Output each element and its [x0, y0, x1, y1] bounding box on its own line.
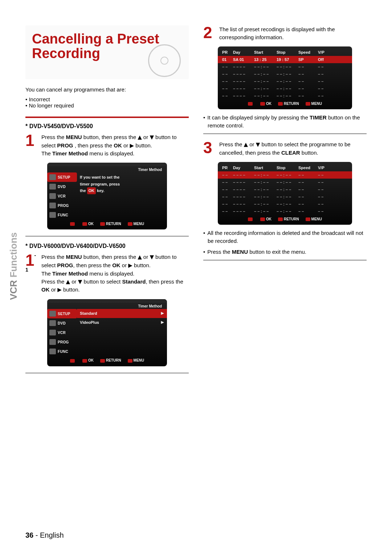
nav-icon [248, 102, 253, 106]
osd-footer: OK RETURN MENU [47, 220, 167, 229]
table-row: – –– – – –– – : – –– – : – –– –– – [218, 171, 352, 179]
step-1-sec2: 1-1 Press the MENU button, then press th… [25, 253, 189, 294]
note-item: Press the MENU button to exit the menu. [203, 248, 367, 256]
table-header: PRDayStartStopSpeedV/P [218, 164, 352, 171]
osd-screenshot-2: Timer Method SETUP DVD VCR PROG FUNC Sta… [47, 299, 167, 366]
step-number: 1 [25, 133, 38, 158]
ok-icon [260, 102, 265, 106]
up-arrow-icon: ▲ [138, 134, 142, 142]
func-icon [49, 212, 56, 218]
prog-icon [49, 339, 56, 345]
osd-footer: OK RETURN MENU [218, 215, 352, 225]
dvd-icon [49, 184, 56, 190]
step-number: 1-1 [25, 253, 38, 294]
osd-main: Standard▶ VideoPlus▶ [77, 309, 167, 356]
table-row: – –– – – –– – : – –– – : – –– –– – [218, 186, 352, 193]
ok-key: OK [87, 187, 96, 194]
dvd-icon [49, 320, 56, 326]
disc-icon [148, 44, 181, 77]
table-row: – –– – – –– – : – –– – : – –– –– – [218, 78, 352, 85]
return-icon [100, 222, 105, 226]
note-item: All the recording information is deleted… [203, 229, 367, 245]
intro-text: You can cancel any programmes that are: [25, 86, 189, 93]
bullet-item: Incorrect [25, 96, 189, 102]
osd-footer: OK RETURN MENU [218, 99, 352, 109]
note-list: All the recording information is deleted… [203, 229, 367, 256]
osd-title: Timer Method [47, 303, 167, 309]
up-arrow-icon: ▲ [244, 141, 248, 149]
divider [25, 236, 189, 236]
step-1-sec1: 1 Press the MENU button, then press the … [25, 133, 189, 158]
menu-icon [306, 102, 310, 106]
osd-title: Timer Method [47, 166, 167, 172]
divider [25, 373, 189, 373]
step-text: Press the MENU button, then press the ▲ … [41, 253, 189, 294]
nav-icon [70, 359, 75, 363]
table-row: 01SA 0113 : 2519 : 57SPOff [218, 56, 352, 63]
page-footer: 36 - English [25, 531, 64, 539]
up-arrow-icon: ▲ [138, 253, 142, 261]
vcr-icon [49, 330, 56, 335]
menu-icon [128, 222, 132, 226]
setup-icon [49, 311, 56, 317]
ok-icon [260, 217, 265, 221]
step-number: 2 [203, 25, 216, 41]
divider [203, 134, 367, 134]
table-row: – –– – – –– – : – –– – : – –– –– – [218, 70, 352, 78]
model-header: * DVD-V5450/DVD-V5500 [25, 123, 189, 130]
table-row: – –– – – –– – : – –– – : – –– –– – [218, 63, 352, 70]
page-title-block: Cancelling a Preset Recording [25, 25, 189, 79]
step-3: 3 Press the ▲ or ▼ button to select the … [203, 140, 367, 157]
intro-bullets: Incorrect No longer required [25, 96, 189, 109]
menu-icon [128, 359, 132, 363]
divider [25, 117, 189, 118]
note-item: It can be displayed simply by pressing t… [203, 114, 367, 130]
vcr-icon [49, 193, 56, 199]
preset-table-2: PRDayStartStopSpeedV/P – –– – – –– – : –… [218, 162, 352, 225]
step-text: Press the MENU button, then press the ▲ … [41, 133, 189, 158]
table-row: – –– – – –– – : – –– – : – –– –– – [218, 179, 352, 186]
step-text: Press the ▲ or ▼ button to select the pr… [219, 140, 367, 157]
bullet-item: No longer required [25, 102, 189, 109]
osd-sidebar: SETUP DVD VCR PROG FUNC [47, 309, 77, 356]
return-icon [278, 102, 283, 106]
model-header: * DVD-V6000/DVD-V6400/DVD-V6500 [25, 243, 189, 249]
preset-table-1: PRDayStartStopSpeedV/P 01SA 0113 : 2519 … [218, 46, 352, 109]
table-row: – –– – – –– – : – –– – : – –– –– – [218, 92, 352, 99]
osd-main: If you want to set the timer program, pr… [77, 172, 167, 220]
down-arrow-icon: ▼ [150, 253, 154, 261]
setup-icon [49, 174, 56, 180]
ok-icon [82, 359, 87, 363]
right-arrow-icon: ▶ [57, 286, 62, 294]
down-arrow-icon: ▼ [78, 278, 82, 286]
osd-sidebar: SETUP DVD VCR PROG FUNC [47, 172, 77, 220]
table-row: – –– – – –– – : – –– – : – –– –– – [218, 200, 352, 208]
right-arrow-icon: ▶ [128, 262, 132, 270]
step-2: 2 The list of preset recodings is displa… [203, 25, 367, 41]
prog-icon [49, 203, 56, 208]
table-row: – –– – – –– – : – –– – : – –– –– – [218, 208, 352, 215]
down-arrow-icon: ▼ [150, 134, 154, 142]
up-arrow-icon: ▲ [66, 278, 70, 286]
step-number: 3 [203, 140, 216, 157]
osd-screenshot-1: Timer Method SETUP DVD VCR PROG FUNC If … [47, 163, 167, 229]
step-text: The list of preset recodings is displaye… [219, 25, 367, 41]
note-list: It can be displayed simply by pressing t… [203, 114, 367, 130]
nav-icon [248, 217, 253, 221]
func-icon [49, 349, 56, 354]
side-section-label: VCR Functions [8, 232, 19, 300]
right-arrow-icon: ▶ [130, 142, 134, 150]
return-icon [100, 359, 105, 363]
ok-icon [82, 222, 87, 226]
right-arrow-icon: ▶ [161, 319, 164, 326]
menu-icon [306, 217, 310, 221]
right-arrow-icon: ▶ [161, 310, 164, 317]
return-icon [278, 217, 283, 221]
nav-icon [70, 222, 75, 226]
table-row: – –– – – –– – : – –– – : – –– –– – [218, 85, 352, 92]
table-row: – –– – – –– – : – –– – : – –– –– – [218, 193, 352, 200]
down-arrow-icon: ▼ [256, 141, 260, 149]
table-header: PRDayStartStopSpeedV/P [218, 49, 352, 56]
osd-footer: OK RETURN MENU [47, 356, 167, 366]
divider [203, 260, 367, 260]
